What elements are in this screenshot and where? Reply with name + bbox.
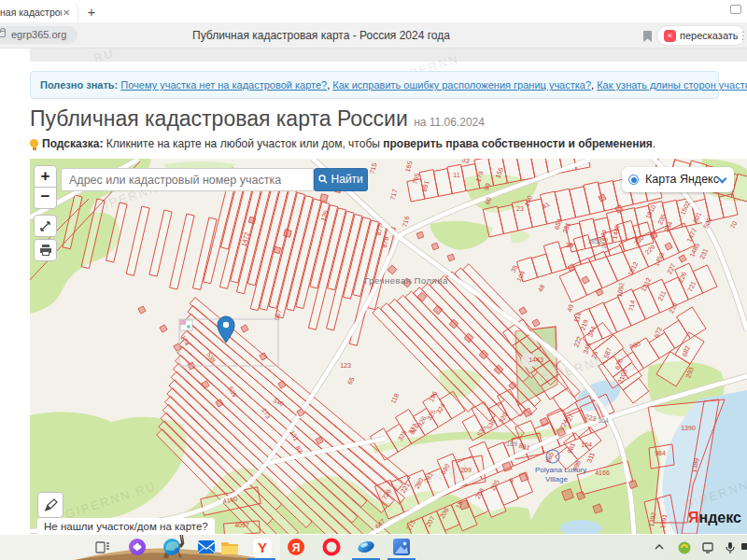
chevron-down-icon [718, 175, 727, 184]
yandex-browser-icon[interactable]: Y [252, 538, 271, 556]
opera-icon[interactable] [322, 538, 341, 556]
tab-close-icon[interactable]: ✕ [63, 7, 70, 18]
more-options-icon[interactable]: ⋮ [738, 29, 747, 42]
url-text: egrp365.org [11, 29, 66, 40]
yandex-icon[interactable]: Я [287, 538, 305, 556]
map-gray-number: 189 [506, 441, 517, 447]
info-link-2[interactable]: Как исправить ошибку расположения границ… [332, 79, 591, 91]
photos-icon[interactable] [392, 538, 411, 556]
fullscreen-button[interactable] [34, 215, 57, 237]
retell-button[interactable]: «пересказать [657, 26, 745, 45]
parcel-number: 209 [460, 467, 472, 473]
info-link-1[interactable]: Почему участка нет на кадастровой карте? [120, 79, 327, 91]
village-label: Polyana Luxury [535, 466, 586, 474]
blue-app-icon[interactable] [357, 538, 375, 556]
tab-title: ная кадастрова [0, 7, 62, 18]
print-button[interactable] [34, 239, 57, 261]
taskbar: YЯ [0, 535, 747, 560]
draw-button[interactable] [37, 492, 63, 518]
parcel-number: 164 [581, 441, 592, 448]
svg-text:Y: Y [258, 539, 267, 555]
page-title-omnibox: Публичная кадастровая карта - Россия 202… [134, 22, 508, 49]
new-tab-button[interactable]: + [82, 3, 101, 21]
parcel-number: 4097 [234, 522, 249, 528]
bookmark-icon[interactable] [642, 30, 653, 47]
parcel-number: 11 [453, 172, 459, 178]
zoom-out-button[interactable]: − [34, 187, 57, 209]
map-canvas[interactable]: GIPERNN.RUGIPERNN.RUGIPERNN.RUGIPERNN.RU… [30, 159, 747, 534]
parcel-number: 4166 [595, 469, 610, 476]
tray-display-icon[interactable] [701, 541, 714, 556]
page-top-strip [30, 49, 747, 62]
village-label: Village [545, 475, 568, 483]
retell-icon: « [664, 30, 676, 42]
alice-icon[interactable] [128, 538, 147, 556]
find-button[interactable]: Найти [314, 168, 368, 191]
browser-tab-bar: ная кадастрова ✕ + [0, 0, 747, 22]
svg-text:Я: Я [292, 541, 301, 554]
photo-icon-detail [187, 325, 190, 329]
not-found-box[interactable]: Не нашли участок/дом на карте? [37, 518, 215, 534]
map-gray-number: 364 [598, 417, 609, 424]
url-bar[interactable]: egrp365.org [0, 26, 78, 44]
tray-expand-icon[interactable] [654, 541, 665, 554]
parcel-number: 1443 [529, 357, 543, 363]
heading-date: на 11.06.2024 [414, 116, 485, 129]
place-label: Гречневая Поляна [364, 275, 448, 286]
retell-label: пересказать [680, 30, 739, 41]
lock-icon [0, 31, 6, 37]
tray-mic-icon[interactable] [725, 541, 736, 556]
tray-app-icon[interactable] [678, 541, 691, 556]
map-gray-number: 1858 [587, 238, 602, 245]
parcel-number: 1390 [681, 425, 696, 431]
window-controls-icon[interactable] [730, 5, 741, 14]
address-bar: egrp365.org Публичная кадастровая карта … [0, 22, 747, 49]
parcel-number: 984 [655, 450, 666, 456]
useful-info-bar: Полезно знать: Почему участка нет на кад… [30, 71, 719, 99]
parcel-number: 23 [516, 205, 524, 212]
radio-icon [628, 175, 639, 185]
photo-icon-detail [180, 320, 186, 325]
tray-camera-icon[interactable] [740, 541, 747, 554]
parcel-number: 123 [340, 362, 351, 369]
cadastral-map[interactable]: GIPERNN.RUGIPERNN.RUGIPERNN.RUGIPERNN.RU… [30, 159, 747, 534]
yandex-logo: Яндекс [688, 510, 741, 526]
mail-icon[interactable] [197, 538, 216, 556]
parcel-number: 35 [566, 242, 573, 248]
browser-tab[interactable]: ная кадастрова ✕ [0, 2, 78, 22]
info-label: Полезно знать: [40, 79, 118, 91]
edge-icon[interactable] [162, 538, 181, 556]
search-input[interactable] [61, 168, 314, 191]
zoom-in-button[interactable]: + [34, 165, 57, 188]
layer-selector[interactable]: Карта Яндекс [622, 167, 734, 192]
hint-line: Подсказка: Кликните на карте на любой уч… [30, 137, 655, 150]
page-heading: Публичная кадастровая карта России на 11… [30, 106, 485, 132]
task-view-icon[interactable] [93, 538, 112, 556]
file-explorer-icon[interactable] [220, 538, 239, 556]
lightbulb-icon [30, 139, 38, 147]
info-link-3[interactable]: Как узнать длины сторон участка? [597, 79, 747, 91]
